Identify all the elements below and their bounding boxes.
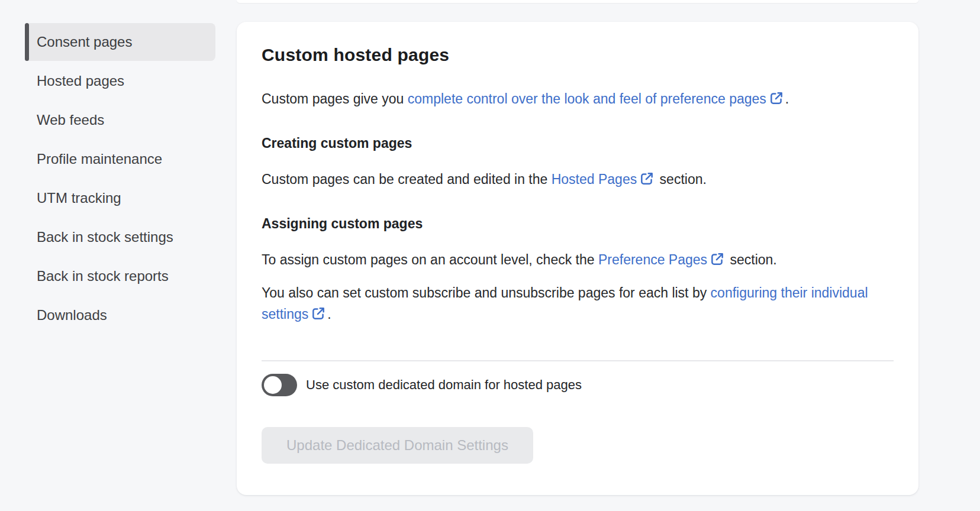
sidebar-item-back-in-stock-reports[interactable]: Back in stock reports xyxy=(25,257,215,295)
external-link-icon xyxy=(311,306,326,321)
intro-paragraph: Custom pages give you complete control o… xyxy=(262,88,894,109)
external-link-icon xyxy=(769,90,784,106)
sidebar-item-back-in-stock-settings[interactable]: Back in stock settings xyxy=(25,218,215,256)
update-dedicated-domain-button[interactable]: Update Dedicated Domain Settings xyxy=(262,427,533,464)
sidebar-item-label: Downloads xyxy=(37,307,107,324)
creating-suffix: section. xyxy=(656,172,707,187)
toggle-knob xyxy=(264,376,282,394)
settings-sidebar: Consent pages Hosted pages Web feeds Pro… xyxy=(25,23,215,335)
external-link-icon xyxy=(639,171,655,186)
extra-text: You also can set custom subscribe and un… xyxy=(262,285,711,300)
creating-text: Custom pages can be created and edited i… xyxy=(262,172,552,187)
link-label: Preference Pages xyxy=(598,252,707,267)
sidebar-item-downloads[interactable]: Downloads xyxy=(25,296,215,334)
custom-hosted-pages-card: Custom hosted pages Custom pages give yo… xyxy=(237,22,918,495)
assigning-text: To assign custom pages on an account lev… xyxy=(262,252,598,267)
creating-paragraph: Custom pages can be created and edited i… xyxy=(262,169,894,190)
list-settings-paragraph: You also can set custom subscribe and un… xyxy=(262,282,894,325)
custom-domain-toggle-row: Use custom dedicated domain for hosted p… xyxy=(262,374,894,396)
creating-custom-pages-heading: Creating custom pages xyxy=(262,134,894,152)
sidebar-item-web-feeds[interactable]: Web feeds xyxy=(25,101,215,139)
custom-domain-toggle[interactable] xyxy=(262,374,297,396)
intro-period: . xyxy=(785,91,789,106)
hosted-pages-link[interactable]: Hosted Pages xyxy=(552,172,656,187)
assigning-custom-pages-heading: Assigning custom pages xyxy=(262,215,894,232)
page-title: Custom hosted pages xyxy=(262,44,894,66)
sidebar-item-profile-maintenance[interactable]: Profile maintenance xyxy=(25,140,215,178)
assigning-paragraph: To assign custom pages on an account lev… xyxy=(262,249,894,270)
sidebar-item-hosted-pages[interactable]: Hosted pages xyxy=(25,62,215,100)
sidebar-item-utm-tracking[interactable]: UTM tracking xyxy=(25,179,215,217)
sidebar-item-consent-pages[interactable]: Consent pages xyxy=(25,23,215,61)
card-above-bottom-edge xyxy=(237,0,918,3)
assigning-suffix: section. xyxy=(726,252,777,267)
preference-pages-link[interactable]: Preference Pages xyxy=(598,252,726,267)
extra-period: . xyxy=(327,306,331,322)
preference-pages-look-feel-link[interactable]: complete control over the look and feel … xyxy=(408,91,785,106)
external-link-icon xyxy=(710,251,725,267)
sidebar-item-label: Hosted pages xyxy=(37,73,124,89)
sidebar-item-label: Back in stock reports xyxy=(37,268,169,284)
custom-domain-toggle-label: Use custom dedicated domain for hosted p… xyxy=(306,377,582,393)
sidebar-item-label: Consent pages xyxy=(37,34,132,50)
intro-text: Custom pages give you xyxy=(262,91,408,106)
link-label: complete control over the look and feel … xyxy=(408,91,766,106)
section-divider xyxy=(262,360,894,361)
link-label: Hosted Pages xyxy=(552,172,637,187)
sidebar-item-label: Web feeds xyxy=(37,112,104,128)
sidebar-item-label: UTM tracking xyxy=(37,190,121,206)
sidebar-item-label: Back in stock settings xyxy=(37,229,173,245)
selected-indicator-bar xyxy=(25,23,29,61)
sidebar-item-label: Profile maintenance xyxy=(37,151,162,167)
